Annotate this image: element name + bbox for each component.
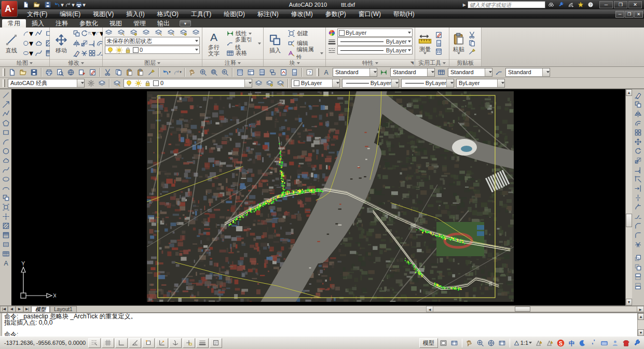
arc-tool[interactable]: ▾ (23, 29, 33, 38)
move-button[interactable]: 移动 (51, 29, 72, 59)
steering-wheel-icon[interactable] (486, 338, 497, 348)
std-markupset-button[interactable] (278, 67, 289, 77)
menu-help[interactable]: 帮助(H) (387, 10, 421, 19)
mod-rotate-button[interactable] (633, 146, 643, 156)
std-paste-button[interactable] (124, 67, 135, 77)
std-pan-button[interactable] (187, 67, 198, 77)
std-new-button[interactable] (7, 67, 18, 77)
table-style-dropdown[interactable]: Standard (448, 68, 492, 77)
ime-language-icon[interactable]: 中 (566, 338, 577, 348)
dyn-toggle[interactable] (183, 338, 195, 348)
menu-draw[interactable]: 绘图(D) (217, 10, 251, 19)
otrack-toggle[interactable] (156, 338, 168, 348)
text-style-dropdown[interactable]: Standard (333, 68, 377, 77)
qp-toggle[interactable] (210, 338, 222, 348)
measure-button[interactable]: 测量 (416, 29, 434, 59)
std-toolpalettes-button[interactable] (256, 67, 267, 77)
layer-states-button[interactable] (275, 78, 286, 88)
trim-tool[interactable]: ▾ (88, 29, 96, 38)
draw-arc-button[interactable] (1, 137, 11, 146)
dropdown-button[interactable] (427, 68, 434, 76)
command-scrollbar[interactable]: ▲ ▼ (637, 313, 644, 336)
mod-trim-button[interactable] (633, 174, 643, 184)
draw-table-button[interactable] (1, 249, 11, 258)
workspace-settings-button[interactable] (86, 78, 97, 88)
search-input[interactable] (468, 1, 545, 8)
std-publish-web-button[interactable] (65, 67, 76, 77)
ellipse-tool[interactable]: ▾ (23, 48, 33, 58)
paste-special-button[interactable] (468, 48, 476, 55)
draw-ellipse-button[interactable] (1, 174, 11, 184)
linetype-control-dropdown[interactable]: ByLayer (342, 79, 399, 88)
mod-array-button[interactable] (633, 128, 643, 137)
spline-tool[interactable] (33, 48, 44, 58)
ducs-toggle[interactable] (169, 338, 182, 348)
draw-polygon-button[interactable] (1, 118, 11, 128)
show-motion-icon[interactable] (497, 338, 508, 348)
copy-clip-button[interactable] (468, 39, 476, 47)
ribbon-tab-parametric[interactable]: 参数化 (74, 19, 104, 27)
scroll-down-arrow[interactable]: ▼ (638, 329, 644, 336)
model-space-button[interactable]: 模型 (419, 338, 438, 348)
scroll-right-arrow[interactable]: ▶ (637, 306, 643, 312)
erase-tool[interactable] (73, 48, 80, 58)
layer-properties-manager-button[interactable] (112, 78, 122, 88)
ime-softkeyboard-icon[interactable] (599, 338, 609, 348)
std-properties-button[interactable] (235, 67, 245, 77)
block-create-button[interactable]: 创建 (286, 29, 324, 38)
lwt-toggle[interactable] (196, 338, 209, 348)
std-zoom-previous-button[interactable] (220, 67, 230, 77)
scroll-track[interactable] (433, 306, 637, 312)
block-edit-attr-button[interactable]: 编辑属性 (286, 49, 324, 58)
copy-tool[interactable] (73, 29, 80, 38)
close-button[interactable]: ✕ (628, 1, 642, 8)
ime-skin-icon[interactable] (621, 338, 631, 348)
mirror-tool[interactable] (73, 38, 80, 48)
std-quickcalc-button[interactable] (289, 67, 300, 77)
mod-chamfer-button[interactable] (633, 221, 643, 230)
draw-mtext-button[interactable]: A (1, 258, 11, 268)
explode-tool[interactable] (80, 48, 88, 58)
id-point-button[interactable] (435, 48, 443, 55)
doc-minimize-button[interactable]: ─ (615, 11, 624, 18)
line-button[interactable]: 直线 (1, 29, 22, 59)
std-redo-button[interactable]: ▾ (172, 67, 183, 77)
menu-file[interactable]: 文件(F) (21, 10, 53, 19)
menu-parametric[interactable]: 参数(P) (319, 10, 352, 19)
draw-circle-button[interactable] (1, 146, 11, 156)
menu-dimension[interactable]: 标注(N) (251, 10, 285, 19)
panel-title-utilities[interactable]: 实用工具 (415, 59, 449, 66)
std-save-button[interactable] (29, 67, 39, 77)
draw-revcloud-button[interactable] (1, 156, 11, 165)
layer-freeze-button[interactable] (155, 29, 162, 36)
draw-xline-button[interactable] (1, 100, 11, 109)
order-send-below-button[interactable] (633, 281, 643, 290)
menu-window[interactable]: 窗口(W) (352, 10, 387, 19)
mod-mirror-button[interactable] (633, 109, 643, 118)
dropdown-button[interactable] (542, 68, 550, 76)
doc-restore-button[interactable]: ❐ (625, 11, 634, 18)
layer-unisolate-button[interactable] (142, 29, 150, 36)
sogou-ime-icon[interactable]: S (555, 338, 566, 348)
draw-rectangle-button[interactable] (1, 128, 11, 137)
draw-region-button[interactable] (1, 240, 11, 249)
model-tab[interactable]: 模型 (31, 306, 50, 312)
dropdown-button[interactable] (332, 79, 339, 87)
layer-state-dropdown[interactable]: 未保存的图层状态 (105, 37, 200, 45)
scale-tool[interactable] (80, 38, 88, 48)
order-bring-above-button[interactable] (633, 272, 643, 281)
std-cut-button[interactable] (102, 67, 113, 77)
draw-spline-button[interactable] (1, 165, 11, 174)
mod-explode-button[interactable] (633, 240, 643, 249)
command-history[interactable]: 命令: _pasteclip 忽略块 _ArchTick 的重复定义。指定插入点… (2, 313, 637, 336)
ime-punctuation-icon[interactable]: ,’ (588, 338, 598, 348)
help-icon[interactable]: ? (586, 1, 595, 8)
toolbar-grip[interactable] (317, 68, 319, 76)
ortho-toggle[interactable] (115, 338, 128, 348)
workspace-dropdown[interactable]: AutoCAD 经典 (8, 79, 85, 88)
panel-title-layers[interactable]: 图层 (103, 59, 202, 66)
draw-gradient-button[interactable] (1, 230, 11, 240)
mod-erase-button[interactable] (633, 90, 643, 100)
draw-hatch-button[interactable] (1, 221, 11, 230)
drawing-canvas[interactable] (147, 91, 514, 302)
